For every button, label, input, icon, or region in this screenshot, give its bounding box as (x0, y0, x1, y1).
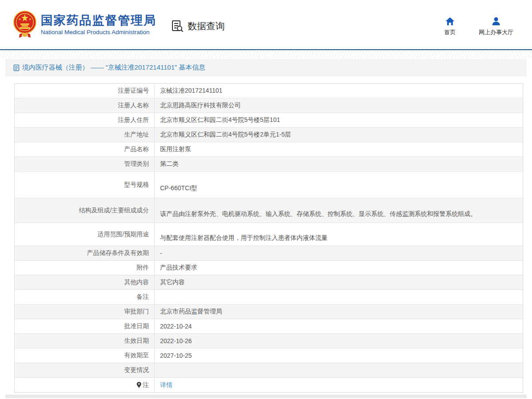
row-value: 详情 (155, 378, 523, 392)
org-title: 国家药品监督管理局 (41, 13, 156, 27)
detail-link[interactable]: 详情 (160, 381, 172, 389)
row-value: 其它内容 (155, 275, 523, 289)
row-label: 有效期至 (15, 348, 155, 363)
nav-home[interactable]: 首页 (444, 17, 456, 36)
row-label-text: 备注 (137, 293, 149, 301)
table-row: 变更情况 (15, 363, 523, 378)
row-label: 注册证编号 (15, 84, 155, 98)
registration-info-table: 注册证编号 京械注准20172141101 注册人名称 北京思路高医疗科技有限公… (14, 83, 523, 393)
org-name-block: 国家药品监督管理局 National Medical Products Admi… (41, 13, 156, 35)
row-label: 批准日期 (15, 319, 155, 333)
row-label-text: 适用范围/预期用途 (98, 231, 149, 239)
row-value: - (155, 246, 523, 260)
row-label: 型号规格 (15, 172, 155, 198)
row-value: 北京市药品监督管理局 (155, 305, 523, 319)
row-label-text: 管理类别 (124, 160, 149, 168)
table-row: 管理类别 第二类 (15, 157, 523, 172)
row-label-text: 结构及组成/主要组成成分 (79, 207, 149, 215)
row-label: 其他内容 (15, 275, 155, 289)
row-label-text: 其他内容 (124, 278, 149, 286)
row-value: 北京思路高医疗科技有限公司 (155, 98, 523, 113)
row-label-text: 生产地址 (124, 131, 149, 139)
row-label-text: 产品储存条件及有效期 (87, 249, 149, 257)
table-row: 其他内容 其它内容 (15, 275, 523, 290)
row-label-text: 注册人名称 (118, 102, 149, 110)
table-row: 批准日期 2022-10-24 (15, 319, 523, 334)
row-label-text: 批准日期 (124, 322, 149, 330)
row-label-text: 注册证编号 (118, 87, 149, 95)
table-row: 生产地址 北京市顺义区仁和园二街4号院5号楼2单元1-5层 (15, 128, 523, 142)
table-row: 型号规格 CP-660TCI型 (15, 172, 523, 198)
row-value: 产品技术要求 (155, 261, 523, 275)
row-value: 与配套使用注射器配合使用，用于控制注入患者体内液体流量 (155, 223, 523, 246)
table-row: 结构及组成/主要组成成分 该产品由注射泵外壳、电机驱动系统、输入系统、存储系统、… (15, 198, 523, 223)
row-label: 适用范围/预期用途 (15, 223, 155, 246)
row-label: 产品储存条件及有效期 (15, 246, 155, 260)
row-value: 2022-10-26 (155, 334, 523, 348)
user-icon (491, 17, 501, 26)
row-value: 该产品由注射泵外壳、电机驱动系统、输入系统、存储系统、控制系统、显示系统、传感监… (155, 198, 523, 223)
row-label-text: 审批部门 (124, 308, 149, 316)
page-title: 境内医疗器械（注册） —— “京械注准20172141101” 基本信息 (22, 63, 205, 72)
row-value: 京械注准20172141101 (155, 84, 523, 98)
pin-icon (137, 382, 141, 388)
row-value: 医用注射泵 (155, 142, 523, 156)
table-row: 产品名称 医用注射泵 (15, 142, 523, 157)
row-label: 产品名称 (15, 142, 155, 156)
home-icon (445, 17, 455, 26)
row-label-text: 注册人住所 (118, 116, 149, 124)
table-row: 有效期至 2027-10-25 (15, 348, 523, 363)
footer-strip (5, 395, 527, 398)
table-row: 注册证编号 京械注准20172141101 (15, 84, 523, 98)
row-label: 附件 (15, 261, 155, 275)
row-label: 注册人名称 (15, 98, 155, 113)
row-label: 生效日期 (15, 334, 155, 348)
table-row: 生效日期 2022-10-26 (15, 334, 523, 348)
row-value: 第二类 (155, 157, 523, 171)
row-label-text: 变更情况 (124, 366, 149, 374)
section-title-bar: 境内医疗器械（注册） —— “京械注准20172141101” 基本信息 (5, 59, 527, 76)
table-row: 适用范围/预期用途 与配套使用注射器配合使用，用于控制注入患者体内液体流量 (15, 223, 523, 246)
data-query-tab[interactable]: 数据查询 (171, 20, 225, 33)
nav-home-label: 首页 (444, 28, 456, 36)
site-logo[interactable]: 国家药品监督管理局 National Medical Products Admi… (13, 10, 156, 39)
row-label: 生产地址 (15, 128, 155, 142)
row-value: 北京市顺义区仁和园二街4号院5号楼2单元1-5层 (155, 128, 523, 142)
row-label-text: 生效日期 (124, 337, 149, 345)
header-nav: 首页 网上办事大厅 (444, 17, 513, 36)
row-label-text: 注 (143, 381, 149, 389)
national-emblem-icon (13, 10, 36, 39)
row-label-text: 产品名称 (124, 145, 149, 153)
row-value (155, 363, 523, 377)
nav-service-hall[interactable]: 网上办事大厅 (479, 17, 513, 36)
main-content: 境内医疗器械（注册） —— “京械注准20172141101” 基本信息 注册证… (5, 59, 527, 393)
row-label-text: 型号规格 (124, 181, 149, 189)
row-label: 审批部门 (15, 305, 155, 319)
decorative-hatch-band (0, 50, 532, 58)
document-icon (13, 64, 20, 71)
row-value: 2022-10-24 (155, 319, 523, 333)
row-label: 结构及组成/主要组成成分 (15, 198, 155, 223)
org-subtitle: National Medical Products Administration (41, 29, 156, 35)
page-header: 国家药品监督管理局 National Medical Products Admi… (0, 0, 532, 50)
table-row: 注册人名称 北京思路高医疗科技有限公司 (15, 98, 523, 113)
row-label: 备注 (15, 290, 155, 304)
row-value: CP-660TCI型 (155, 172, 523, 198)
table-row: 附件 产品技术要求 (15, 261, 523, 275)
row-value: 2027-10-25 (155, 348, 523, 363)
table-row: 审批部门 北京市药品监督管理局 (15, 305, 523, 319)
row-label: 注 (15, 378, 155, 392)
row-label: 注册人住所 (15, 113, 155, 127)
table-row: 注册人住所 北京市顺义区仁和园二街4号院5号楼5层101 (15, 113, 523, 128)
row-value (155, 290, 523, 304)
row-label: 管理类别 (15, 157, 155, 171)
row-value: 北京市顺义区仁和园二街4号院5号楼5层101 (155, 113, 523, 127)
table-row: 产品储存条件及有效期 - (15, 246, 523, 261)
row-label-text: 附件 (137, 264, 149, 272)
document-search-icon (171, 20, 184, 33)
data-query-label: 数据查询 (188, 20, 225, 32)
nav-service-hall-label: 网上办事大厅 (479, 28, 513, 36)
row-label-text: 有效期至 (124, 352, 149, 360)
row-label: 变更情况 (15, 363, 155, 377)
table-row: 备注 (15, 290, 523, 305)
